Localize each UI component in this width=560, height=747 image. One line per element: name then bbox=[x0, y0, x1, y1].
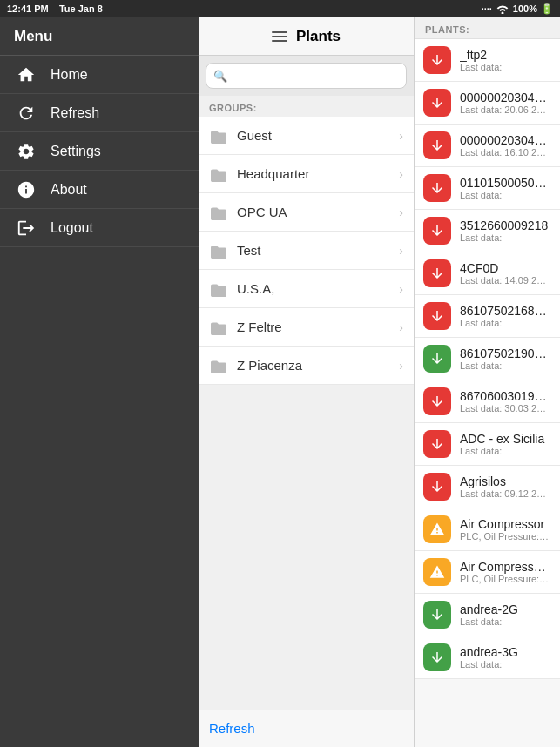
status-bar: 12:41 PM Tue Jan 8 ···· 100% 🔋 bbox=[0, 0, 560, 17]
search-input[interactable] bbox=[233, 69, 399, 83]
plant-item[interactable]: 867060030194368 Last data: 30.03.2018 12… bbox=[415, 380, 560, 423]
folder-icon bbox=[209, 320, 228, 335]
plant-status-icon bbox=[423, 345, 451, 373]
plant-item[interactable]: 00000020304D1E Last data: 16.10.2013 16:… bbox=[415, 124, 560, 167]
group-item[interactable]: Guest › bbox=[199, 117, 414, 155]
group-label: Z Feltre bbox=[237, 320, 390, 334]
plant-last-data: Last data: bbox=[460, 318, 551, 328]
plant-status-icon bbox=[423, 46, 451, 74]
folder-icon bbox=[209, 128, 228, 144]
folder-icon bbox=[209, 166, 228, 182]
plant-last-data: Last data: bbox=[460, 62, 551, 72]
refresh-link[interactable]: Refresh bbox=[209, 721, 255, 736]
plant-item[interactable]: 00000020304D07 Last data: 20.06.2012 17:… bbox=[415, 82, 560, 124]
group-label: Test bbox=[237, 243, 390, 258]
sidebar-item-refresh[interactable]: Refresh bbox=[0, 94, 199, 132]
plant-item[interactable]: ADC - ex Sicilia Last data: bbox=[415, 423, 560, 466]
status-indicators: ···· 100% 🔋 bbox=[482, 3, 553, 15]
middle-panel: Plants 🔍 GROUPS: Guest › Headquarter › bbox=[199, 17, 415, 747]
middle-footer: Refresh bbox=[199, 710, 414, 747]
group-label: Z Piacenza bbox=[237, 358, 390, 373]
group-item[interactable]: Z Piacenza › bbox=[199, 347, 414, 385]
signal-icon: ···· bbox=[482, 3, 492, 14]
plant-item[interactable]: 3512660009218 Last data: bbox=[415, 210, 560, 252]
plant-last-data: PLC, Oil Pressure: uscita sc bbox=[460, 531, 551, 542]
plant-status-icon bbox=[423, 430, 451, 458]
status-time-date: 12:41 PM Tue Jan 8 bbox=[7, 3, 103, 14]
plant-item[interactable]: 86107502168049 Last data: bbox=[415, 295, 560, 338]
plant-name: 867060030194368 bbox=[460, 389, 551, 403]
logout-icon bbox=[14, 216, 38, 240]
plant-name: ADC - ex Sicilia bbox=[460, 432, 551, 446]
plant-last-data: Last data: 30.03.2018 12:10 bbox=[460, 403, 551, 414]
wifi-icon bbox=[496, 3, 509, 14]
sidebar: Menu Home Refresh Settings About bbox=[0, 17, 199, 747]
plant-name: Air Compressor bbox=[460, 517, 551, 531]
chevron-right-icon: › bbox=[399, 320, 403, 334]
group-item[interactable]: Test › bbox=[199, 232, 414, 270]
plant-item[interactable]: 4CF0D Last data: 14.09.2004 11:54 bbox=[415, 252, 560, 295]
status-date: Tue Jan 8 bbox=[59, 3, 103, 14]
plant-last-data: Last data: bbox=[460, 360, 551, 371]
sidebar-item-settings[interactable]: Settings bbox=[0, 132, 199, 171]
group-item[interactable]: Headquarter › bbox=[199, 155, 414, 193]
sidebar-logout-label: Logout bbox=[51, 220, 93, 236]
sidebar-title: Menu bbox=[14, 28, 52, 45]
plant-name: andrea-2G bbox=[460, 602, 551, 616]
plant-name: 3512660009218 bbox=[460, 219, 551, 232]
chevron-right-icon: › bbox=[399, 359, 403, 373]
plant-info: ADC - ex Sicilia Last data: bbox=[460, 432, 551, 456]
group-item[interactable]: OPC UA › bbox=[199, 193, 414, 232]
group-label: Guest bbox=[237, 128, 390, 143]
group-item[interactable]: Z Feltre › bbox=[199, 308, 414, 347]
plant-item[interactable]: Agrisilos Last data: 09.12.2011 17:20 bbox=[415, 466, 560, 508]
sidebar-refresh-label: Refresh bbox=[51, 105, 99, 121]
sidebar-item-logout[interactable]: Logout bbox=[0, 209, 199, 247]
sidebar-home-label: Home bbox=[51, 67, 88, 83]
plant-item[interactable]: andrea-3G Last data: bbox=[415, 636, 560, 679]
plants-list: _ftp2 Last data: 00000020304D07 Last dat… bbox=[415, 39, 560, 747]
plants-header: PLANTS: bbox=[415, 17, 560, 39]
sidebar-item-home[interactable]: Home bbox=[0, 56, 199, 94]
plant-info: Air Compressor PLC, Oil Pressure: uscita… bbox=[460, 517, 551, 542]
groups-list: Guest › Headquarter › OPC UA › Test › U. bbox=[199, 117, 414, 385]
plant-item[interactable]: 011015000505698 Last data: bbox=[415, 167, 560, 210]
search-input-wrapper[interactable]: 🔍 bbox=[206, 63, 407, 89]
plant-item[interactable]: Air Compressor 2 PLC, Oil Pressure: usci… bbox=[415, 551, 560, 594]
chevron-right-icon: › bbox=[399, 167, 403, 181]
plant-info: 3512660009218 Last data: bbox=[460, 219, 551, 243]
plant-status-icon bbox=[423, 515, 451, 543]
plant-item[interactable]: andrea-2G Last data: bbox=[415, 594, 560, 636]
plant-last-data: PLC, Oil Pressure: uscita sc bbox=[460, 574, 551, 584]
plant-item[interactable]: _ftp2 Last data: bbox=[415, 39, 560, 82]
plant-info: 011015000505698 Last data: bbox=[460, 176, 551, 200]
group-label: Headquarter bbox=[237, 166, 390, 181]
sidebar-item-about[interactable]: About bbox=[0, 171, 199, 209]
plant-info: 86107502190216 Last data: bbox=[460, 347, 551, 371]
plant-status-icon bbox=[423, 131, 451, 159]
middle-header: Plants bbox=[199, 17, 414, 56]
plant-item[interactable]: 86107502190216 Last data: bbox=[415, 338, 560, 380]
plant-item[interactable]: Air Compressor PLC, Oil Pressure: uscita… bbox=[415, 508, 560, 551]
hamburger-icon[interactable] bbox=[272, 31, 287, 42]
plant-last-data: Last data: 09.12.2011 17:20 bbox=[460, 488, 551, 499]
plant-name: 86107502190216 bbox=[460, 347, 551, 360]
folder-icon bbox=[209, 358, 228, 374]
battery-level: 100% bbox=[513, 3, 537, 14]
plant-name: 011015000505698 bbox=[460, 176, 551, 190]
plant-info: 00000020304D07 Last data: 20.06.2012 17:… bbox=[460, 91, 551, 115]
group-item[interactable]: U.S.A, › bbox=[199, 270, 414, 308]
info-icon bbox=[14, 178, 38, 202]
plant-status-icon bbox=[423, 302, 451, 330]
gear-icon bbox=[14, 139, 38, 164]
right-panel: PLANTS: _ftp2 Last data: 00000020304D07 … bbox=[415, 17, 560, 747]
groups-header: GROUPS: bbox=[199, 96, 414, 117]
plant-name: Air Compressor 2 bbox=[460, 560, 551, 574]
chevron-right-icon: › bbox=[399, 244, 403, 258]
plant-last-data: Last data: bbox=[460, 232, 551, 243]
group-label: OPC UA bbox=[237, 205, 390, 219]
plant-last-data: Last data: bbox=[460, 659, 551, 670]
middle-panel-title: Plants bbox=[296, 28, 341, 45]
chevron-right-icon: › bbox=[399, 282, 403, 296]
sidebar-header: Menu bbox=[0, 17, 199, 56]
